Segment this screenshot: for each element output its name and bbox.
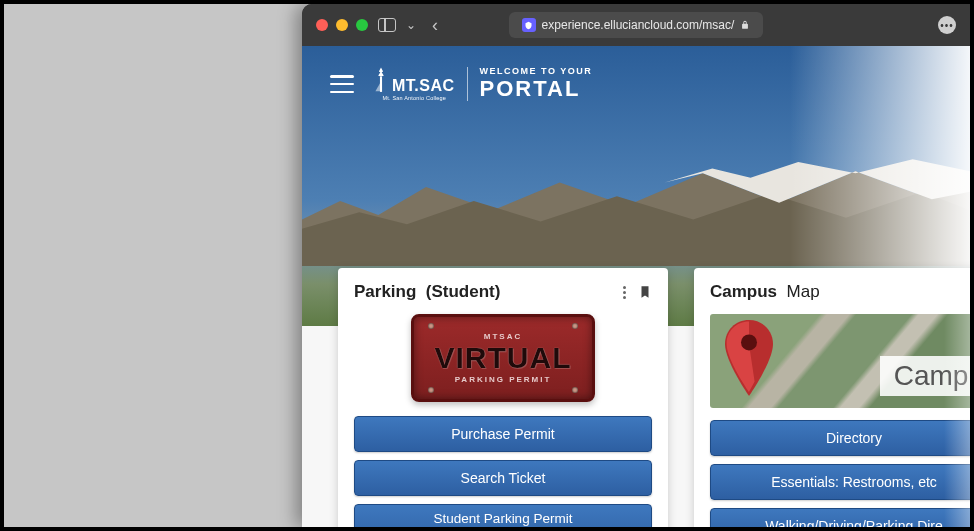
welcome-title: PORTAL: [480, 76, 593, 102]
map-pin-icon: [724, 320, 774, 400]
bookmark-icon[interactable]: [638, 283, 652, 301]
plate-top: MTSAC: [484, 332, 522, 341]
window-controls: [316, 19, 368, 31]
card-menu-button[interactable]: [623, 286, 626, 299]
shield-icon: [522, 18, 536, 32]
hamburger-menu-button[interactable]: [330, 75, 354, 93]
purchase-permit-button[interactable]: Purchase Permit: [354, 416, 652, 452]
search-ticket-button[interactable]: Search Ticket: [354, 460, 652, 496]
welcome-eyebrow: WELCOME TO YOUR: [480, 66, 593, 76]
chevron-down-icon[interactable]: ⌄: [406, 18, 416, 32]
close-window-button[interactable]: [316, 19, 328, 31]
sidebar-toggle-icon[interactable]: [378, 18, 396, 32]
mountains-illustration: [302, 136, 970, 266]
more-menu-button[interactable]: •••: [938, 16, 956, 34]
titlebar: ⌄ ‹ experience.ellucianclou​d.com/msac/ …: [302, 4, 970, 46]
browser-window: ⌄ ‹ experience.ellucianclou​d.com/msac/ …: [302, 4, 970, 527]
logo-text: MT.SAC: [392, 78, 455, 94]
campus-map-image[interactable]: Campus: [710, 314, 970, 408]
welcome-block: WELCOME TO YOUR PORTAL: [480, 66, 593, 102]
logo-subtext: Mt. San Antonio College: [382, 96, 446, 102]
back-button[interactable]: ‹: [432, 15, 438, 36]
maximize-window-button[interactable]: [356, 19, 368, 31]
parking-card-title: Parking (Student): [354, 282, 500, 302]
logo-block: MT.SAC Mt. San Antonio College WELCOME T…: [374, 66, 592, 102]
url-bar[interactable]: experience.ellucianclou​d.com/msac/: [509, 12, 763, 38]
svg-point-1: [741, 334, 757, 350]
minimize-window-button[interactable]: [336, 19, 348, 31]
walking-driving-button[interactable]: Walking/Driving/Parking Dire: [710, 508, 970, 527]
portal-header: MT.SAC Mt. San Antonio College WELCOME T…: [330, 66, 592, 102]
plate-bottom: PARKING PERMIT: [455, 375, 552, 384]
plate-main: VIRTUAL: [435, 341, 572, 375]
divider: [467, 67, 468, 101]
lock-icon: [740, 20, 750, 30]
campus-image-label: Campus: [880, 356, 970, 396]
parking-card: Parking (Student) MTSAC VIRTUAL PARKING: [338, 268, 668, 527]
registration-instructions-button[interactable]: Student Parking Permit Registration Inst…: [354, 504, 652, 527]
virtual-permit-plate: MTSAC VIRTUAL PARKING PERMIT: [411, 314, 595, 402]
campus-map-card: Campus Map Campus Directory: [694, 268, 970, 527]
page-viewport: MT.SAC Mt. San Antonio College WELCOME T…: [302, 46, 970, 527]
mtsac-logo: MT.SAC Mt. San Antonio College: [374, 66, 455, 102]
torch-icon: [374, 66, 388, 94]
essentials-button[interactable]: Essentials: Restrooms, etc: [710, 464, 970, 500]
directory-button[interactable]: Directory: [710, 420, 970, 456]
campus-card-title: Campus Map: [710, 282, 820, 302]
url-text: experience.ellucianclou​d.com/msac/: [542, 18, 735, 32]
cards-row: Parking (Student) MTSAC VIRTUAL PARKING: [302, 268, 970, 527]
